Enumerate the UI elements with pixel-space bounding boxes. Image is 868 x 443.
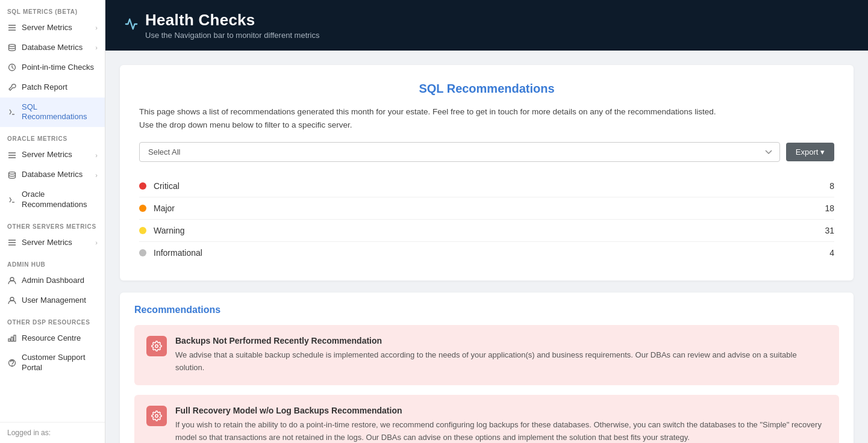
bar-icon <box>7 333 17 343</box>
sidebar-item-resource-centre[interactable]: Resource Centre <box>0 329 105 349</box>
page-content: SQL Recommendations This page shows a li… <box>105 51 868 443</box>
sidebar-item-oracle-recommendations[interactable]: Oracle Recommendations <box>0 185 105 215</box>
db-icon <box>7 170 17 180</box>
rec-content-rec-recovery: Full Recovery Model w/o Log Backups Reco… <box>175 406 827 443</box>
svg-point-9 <box>9 172 16 174</box>
sidebar-label-resource-centre: Resource Centre <box>22 333 98 344</box>
sidebar-item-admin-dashboard[interactable]: Admin Dashboard <box>0 271 105 291</box>
metric-row-critical: Critical8 <box>139 175 834 197</box>
recommendations-section-title: Recommendations <box>134 305 839 315</box>
bars-icon <box>7 23 17 33</box>
main-content: Health Checks Use the Navigation bar to … <box>105 0 868 443</box>
page-header: Health Checks Use the Navigation bar to … <box>105 0 868 51</box>
sidebar-item-user-management[interactable]: User Management <box>0 291 105 311</box>
sidebar-label-oracle-database-metrics: Database Metrics <box>22 170 90 180</box>
sidebar-item-sql-point-in-time[interactable]: Point-in-time Checks <box>0 58 105 78</box>
svg-point-21 <box>155 345 158 348</box>
recommendation-rec-backups: Backups Not Performed Recently Recommend… <box>134 325 839 385</box>
warning-count: 31 <box>825 226 834 235</box>
user-icon <box>7 296 17 305</box>
description-line1: This page shows a list of recommendation… <box>139 107 716 116</box>
sidebar-item-sql-database-metrics[interactable]: Database Metrics› <box>0 38 105 58</box>
server-filter-select[interactable]: Select All <box>139 142 780 162</box>
header-text: Health Checks Use the Navigation bar to … <box>145 11 320 40</box>
bars-icon <box>7 238 17 247</box>
bars-icon <box>7 150 17 160</box>
sidebar-label-sql-point-in-time: Point-in-time Checks <box>22 63 98 73</box>
svg-rect-16 <box>8 339 10 341</box>
export-button[interactable]: Export ▾ <box>786 143 834 161</box>
rec-gear-icon <box>146 406 167 426</box>
metrics-list: Critical8Major18Warning31Informational4 <box>139 175 834 264</box>
critical-count: 8 <box>829 181 834 191</box>
warning-dot <box>139 227 146 234</box>
user-icon <box>7 276 17 285</box>
sidebar-item-oracle-database-metrics[interactable]: Database Metrics› <box>0 165 105 185</box>
informational-count: 4 <box>829 248 834 258</box>
rec-content-rec-backups: Backups Not Performed Recently Recommend… <box>175 336 827 374</box>
sql-icon <box>7 107 17 117</box>
sql-icon <box>7 195 17 205</box>
sidebar-label-admin-dashboard: Admin Dashboard <box>22 276 98 286</box>
major-dot <box>139 205 146 212</box>
major-label: Major <box>154 203 825 213</box>
wrench-icon <box>7 82 17 92</box>
chevron-right-icon: › <box>95 239 98 246</box>
metric-row-major: Major18 <box>139 197 834 220</box>
sidebar-item-sql-recommendations[interactable]: SQL Recommendations <box>0 98 105 128</box>
sidebar-label-sql-recommendations: SQL Recommendations <box>22 102 98 123</box>
chevron-right-icon: › <box>95 44 98 51</box>
sidebar-item-sql-patch-report[interactable]: Patch Report <box>0 78 105 98</box>
sidebar-item-other-server-metrics[interactable]: Server Metrics› <box>0 233 105 253</box>
rec-gear-icon <box>146 336 167 356</box>
svg-point-20 <box>12 366 13 367</box>
chevron-right-icon: › <box>95 152 98 159</box>
chevron-right-icon: › <box>95 24 98 31</box>
sidebar-section-oracle-metrics: Oracle Metrics <box>0 127 105 145</box>
sidebar-section-other-servers-metrics: Other Servers Metrics <box>0 215 105 233</box>
sidebar-item-oracle-server-metrics[interactable]: Server Metrics› <box>0 145 105 165</box>
sidebar-label-sql-patch-report: Patch Report <box>22 82 98 93</box>
recommendation-rec-recovery: Full Recovery Model w/o Log Backups Reco… <box>134 395 839 443</box>
warning-label: Warning <box>154 226 825 235</box>
critical-label: Critical <box>154 181 829 191</box>
chevron-right-icon: › <box>95 172 98 179</box>
sidebar-item-customer-support[interactable]: Customer Support Portal <box>0 348 105 378</box>
sidebar: SQL Metrics (Beta)Server Metrics›Databas… <box>0 0 105 443</box>
card-title: SQL Recommendations <box>139 82 834 96</box>
sidebar-label-sql-database-metrics: Database Metrics <box>22 43 90 53</box>
metric-row-informational: Informational4 <box>139 242 834 264</box>
rec-title-rec-backups: Backups Not Performed Recently Recommend… <box>175 336 827 345</box>
sidebar-label-oracle-server-metrics: Server Metrics <box>22 150 90 160</box>
db-icon <box>7 43 17 52</box>
svg-point-3 <box>9 45 16 47</box>
sidebar-section-other-dsp-resources: Other DSP Resources <box>0 311 105 329</box>
svg-point-22 <box>155 415 158 418</box>
svg-rect-17 <box>11 337 13 341</box>
critical-dot <box>139 182 146 190</box>
sidebar-section-sql-metrics-(beta): SQL Metrics (Beta) <box>0 0 105 18</box>
sidebar-label-user-management: User Management <box>22 296 98 306</box>
description-line2: Use the drop down menu below to filter t… <box>139 120 352 129</box>
rec-desc-rec-recovery: If you wish to retain the ability to do … <box>175 419 827 443</box>
clock-icon <box>7 63 17 72</box>
activity-icon <box>125 17 138 34</box>
informational-label: Informational <box>154 248 829 258</box>
recommendations-summary-card: SQL Recommendations This page shows a li… <box>120 65 854 280</box>
svg-rect-18 <box>14 335 16 341</box>
metric-row-warning: Warning31 <box>139 220 834 242</box>
filter-row: Select All Export ▾ <box>139 142 834 162</box>
sidebar-label-customer-support: Customer Support Portal <box>22 353 98 373</box>
rec-title-rec-recovery: Full Recovery Model w/o Log Backups Reco… <box>175 406 827 415</box>
logged-in-label: Logged in as: <box>0 422 105 443</box>
sidebar-label-sql-server-metrics: Server Metrics <box>22 23 90 33</box>
support-icon <box>7 358 17 368</box>
sidebar-section-admin-hub: Admin Hub <box>0 253 105 271</box>
rec-desc-rec-backups: We advise that a suitable backup schedul… <box>175 349 827 374</box>
recommendations-card: Recommendations Backups Not Performed Re… <box>120 293 854 443</box>
recommendations-list: Backups Not Performed Recently Recommend… <box>134 325 839 443</box>
sidebar-item-sql-server-metrics[interactable]: Server Metrics› <box>0 18 105 38</box>
sidebar-label-other-server-metrics: Server Metrics <box>22 238 90 248</box>
page-title: Health Checks <box>145 11 320 29</box>
major-count: 18 <box>825 203 834 213</box>
